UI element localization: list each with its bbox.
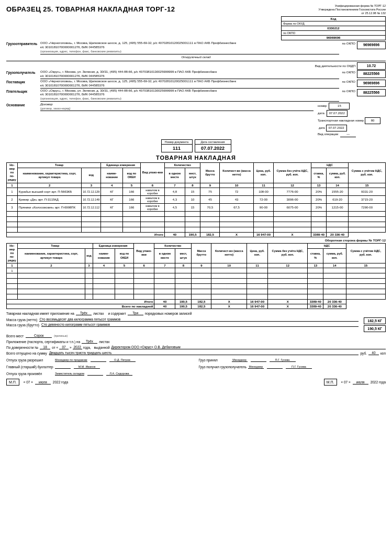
platelshik-value: ООО «Окрус», г. Москва, ул. Зеленая, д. … bbox=[40, 89, 339, 102]
col-n7: 7 bbox=[165, 183, 185, 188]
th2-sum-nds: Сумма с учётом НДС, руб. коп. bbox=[346, 243, 385, 263]
th2-kol-mest: мест, штук bbox=[175, 248, 192, 263]
itogo2-row: Итого 40 190,5 182,5 Х 16 947-00 Х 3389-… bbox=[7, 300, 386, 304]
gruzootpravitel-value: ООО «Черноголовка», г. Москва, Щелковско… bbox=[40, 41, 339, 54]
itogo-x2: Х bbox=[274, 232, 311, 237]
vsego-summa-value: Двадцать тысяч триста тридцать шесть bbox=[49, 351, 359, 355]
th2-ed-okei: код по ОКЕИ bbox=[115, 248, 133, 263]
th2-nds-stavka: ставка, % bbox=[308, 248, 323, 263]
vsego-label: Всего по накладной bbox=[7, 304, 154, 309]
blank-row-1: 1 bbox=[7, 268, 386, 273]
itogo-sum-bez: 16 947-00 bbox=[253, 232, 273, 237]
th2-tovar: Товар bbox=[17, 243, 93, 248]
pov-god: 2022 bbox=[73, 345, 82, 349]
col-n2: 2 bbox=[17, 183, 81, 188]
itogo-label: Итого bbox=[7, 232, 165, 237]
vsego-row: Всего по накладной 40 190,5 182,5 Х 16 9… bbox=[7, 304, 386, 309]
itogo-x1: Х bbox=[220, 232, 254, 237]
col-n3: 3 bbox=[82, 183, 101, 188]
data-label: дата bbox=[318, 111, 324, 116]
code-header: Код bbox=[282, 17, 386, 21]
mp2: М.П. bbox=[324, 379, 337, 386]
doc-number-section: Номер документа 111 Дата составления 07.… bbox=[6, 139, 386, 152]
netto-value: 182,5 КГ bbox=[364, 317, 386, 324]
main-title: ТОВАРНАЯ НАКЛАДНАЯ bbox=[6, 155, 386, 161]
top-right-note: Унифицированная форма № ТОРГ-12 Утвержде… bbox=[281, 4, 386, 15]
vsego-mest-section: Всего мест Сорок (прописью) bbox=[6, 334, 386, 338]
th-kol-mest: мест, штук bbox=[185, 168, 200, 183]
th-tovar: Товар bbox=[17, 162, 101, 168]
sig-row-2: Главный (старший) бухгалтер М.М. Иванов … bbox=[6, 365, 386, 370]
table-row: 3 Пряники «Колосовские» арт. П-6998ПК 10… bbox=[7, 203, 386, 211]
netto-text: Сто восемьдесят два килограмма пятьсот г… bbox=[39, 317, 359, 322]
empty-row bbox=[7, 227, 386, 232]
pril2-listov: Трёх bbox=[82, 339, 97, 344]
gruzopoluchatel-value: ООО «Окрус», г. Москва, ул. Зеленая, д. … bbox=[40, 70, 339, 79]
col-n12: 12 bbox=[274, 183, 311, 188]
th2-nds-sum: сумма, руб. коп. bbox=[323, 248, 346, 263]
massa-section: Масса груза (нетто) Сто восемьдесят два … bbox=[6, 317, 386, 332]
vydannoy-text: выданной bbox=[94, 346, 110, 349]
doc-nomer-header: Номер документа bbox=[162, 140, 192, 145]
code-table: Код Форма по ОКУД 0330212 по ОКПО 969696… bbox=[281, 16, 386, 40]
blank-row-3 bbox=[7, 279, 386, 284]
vydannoy-value: Директором ООО «Окрус» О.В. Дебаловым bbox=[111, 345, 386, 349]
th-massa: Масса брутто bbox=[200, 162, 220, 183]
pov-label: года, bbox=[83, 346, 91, 349]
signatures-section: Отпуск груза разрешил Менеджер по продаж… bbox=[6, 358, 386, 377]
sig-row-3: Отпуск груза произвёл Заместитель складо… bbox=[6, 372, 386, 377]
doc-data-box: Дата составления 07.07.2022 bbox=[195, 139, 231, 152]
otgr-sklad-label: Отгрузочный склад bbox=[6, 55, 386, 60]
pril-text4: порядковых номеров записей bbox=[145, 312, 192, 315]
mp1-god: 2022 года bbox=[53, 380, 68, 384]
doc-nomer-value: 111 bbox=[162, 145, 192, 152]
col-n6: 6 bbox=[140, 183, 164, 188]
pov-ot: от « bbox=[52, 346, 58, 349]
table-row: 1 Курабье высший сорт арт. П-5663КБ 10.7… bbox=[7, 188, 386, 195]
main-table: Но-мерпо по-рядку Товар Единица измерени… bbox=[6, 162, 386, 237]
col-n1: 1 bbox=[7, 183, 18, 188]
th-ed-naim: наиме-нование bbox=[101, 168, 122, 183]
mp1-den: « 07 » bbox=[24, 380, 33, 384]
gruz-prinyal-dolj: Менеджер bbox=[232, 358, 248, 362]
gl-buh-sig bbox=[55, 368, 71, 369]
okpo-post-label: по ОКПО bbox=[342, 80, 355, 84]
transp-nomer: 80 bbox=[365, 117, 380, 124]
sig-row-1: Отпуск груза разрешил Менеджер по продаж… bbox=[6, 358, 386, 363]
pril2-text: Приложение (паспорта, сертификаты и т.п.… bbox=[6, 340, 80, 344]
mp-right: М.П. « 07 » июля 2022 года bbox=[324, 379, 386, 386]
col-n13: 13 bbox=[311, 183, 326, 188]
okpo-plat-value: 88225566 bbox=[357, 89, 386, 97]
gruz-prinyal-sig bbox=[251, 361, 266, 362]
gruz-poluchil-sig bbox=[267, 368, 283, 369]
okpo-value: 96969696 bbox=[282, 36, 386, 40]
vsego-summa-section: Всего отпущено на сумму Двадцать тысяч т… bbox=[6, 351, 386, 355]
itogo-massa: 190,5 bbox=[185, 232, 200, 237]
brutto-label: Масса груза (брутто) bbox=[6, 323, 39, 327]
pril-text3: и содержит bbox=[108, 312, 126, 315]
gl-buh-name: М.М. Иванов bbox=[74, 365, 100, 369]
massa-values: 182,5 КГ 190,5 КГ bbox=[364, 317, 386, 332]
mp-section: М.П. « 07 » июля 2022 года М.П. « 07 » и… bbox=[6, 379, 386, 386]
netto-label: Масса груза (нетто) bbox=[6, 318, 37, 322]
otpusk2-sig bbox=[87, 375, 103, 376]
th-nds-stavka: ставка, % bbox=[311, 168, 326, 183]
gl-buh-label: Главный (старший) бухгалтер bbox=[6, 365, 53, 369]
transp-data: 07.07.2022 bbox=[326, 125, 347, 131]
mp2-god: 2022 года bbox=[371, 380, 386, 384]
th-vid: Вид упако-вки bbox=[140, 162, 164, 183]
otpusk2-label: Отпуск груза произвёл bbox=[6, 372, 53, 376]
itogo-row: Итого 40 190,5 182,5 Х 16 947-00 Х 3389-… bbox=[7, 232, 386, 237]
forma-label: Форма по ОКУД bbox=[282, 21, 386, 26]
th-kol3: Количест-во (масса нетто) bbox=[220, 162, 254, 183]
doc-nomer-box: Номер документа 111 bbox=[161, 139, 193, 152]
platelshik-label: Плательщик bbox=[6, 89, 40, 94]
osnovanie-value: Договор (договор, заказ-наряд) bbox=[40, 103, 313, 112]
pov-text: По доверенности № bbox=[6, 346, 38, 349]
th-sum-nds: Сумма с учётом НДС, руб. коп. bbox=[349, 162, 386, 183]
main-table-2: Но-мерпо по-рядку Товар Единица измерени… bbox=[6, 243, 386, 310]
pril-listov1: Трёх bbox=[76, 311, 92, 315]
th2-ed-naim: наиме-нование bbox=[93, 248, 115, 263]
th-num: Но-мерпо по-рядку bbox=[7, 162, 18, 183]
mp2-den: « 07 » bbox=[341, 380, 351, 384]
